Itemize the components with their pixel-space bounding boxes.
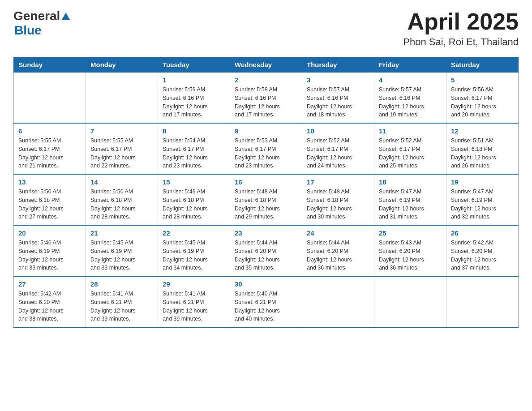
- calendar-cell: 19Sunrise: 5:47 AM Sunset: 6:19 PM Dayli…: [446, 174, 519, 225]
- weekday-header-wednesday: Wednesday: [230, 57, 302, 73]
- weekday-header-sunday: Sunday: [14, 57, 86, 73]
- calendar-cell: 17Sunrise: 5:48 AM Sunset: 6:18 PM Dayli…: [302, 174, 374, 225]
- calendar-week-row: 13Sunrise: 5:50 AM Sunset: 6:18 PM Dayli…: [14, 174, 519, 225]
- day-info: Sunrise: 5:58 AM Sunset: 6:16 PM Dayligh…: [235, 86, 297, 119]
- calendar-header-row: SundayMondayTuesdayWednesdayThursdayFrid…: [14, 57, 519, 73]
- day-number: 5: [451, 76, 514, 84]
- day-number: 20: [18, 229, 81, 237]
- calendar-cell: 1Sunrise: 5:59 AM Sunset: 6:16 PM Daylig…: [158, 73, 230, 124]
- calendar-cell: [446, 276, 519, 327]
- day-info: Sunrise: 5:45 AM Sunset: 6:19 PM Dayligh…: [90, 239, 153, 272]
- calendar-cell: 18Sunrise: 5:47 AM Sunset: 6:19 PM Dayli…: [374, 174, 446, 225]
- day-number: 7: [90, 127, 153, 135]
- day-info: Sunrise: 5:54 AM Sunset: 6:17 PM Dayligh…: [163, 137, 225, 170]
- day-info: Sunrise: 5:57 AM Sunset: 6:16 PM Dayligh…: [307, 86, 369, 119]
- day-number: 26: [451, 229, 514, 237]
- calendar-cell: 14Sunrise: 5:50 AM Sunset: 6:18 PM Dayli…: [86, 174, 158, 225]
- calendar-cell: 2Sunrise: 5:58 AM Sunset: 6:16 PM Daylig…: [230, 73, 302, 124]
- calendar-cell: 3Sunrise: 5:57 AM Sunset: 6:16 PM Daylig…: [302, 73, 374, 124]
- logo-general: General: [13, 9, 60, 23]
- day-number: 28: [90, 280, 153, 288]
- day-number: 23: [235, 229, 297, 237]
- day-info: Sunrise: 5:43 AM Sunset: 6:20 PM Dayligh…: [379, 239, 442, 272]
- day-number: 4: [379, 76, 442, 84]
- logo-blue: Blue: [14, 23, 71, 38]
- day-info: Sunrise: 5:52 AM Sunset: 6:17 PM Dayligh…: [379, 137, 442, 170]
- day-info: Sunrise: 5:55 AM Sunset: 6:17 PM Dayligh…: [18, 137, 81, 170]
- day-number: 12: [451, 127, 514, 135]
- calendar-week-row: 27Sunrise: 5:42 AM Sunset: 6:20 PM Dayli…: [14, 276, 519, 327]
- calendar-cell: 24Sunrise: 5:44 AM Sunset: 6:20 PM Dayli…: [302, 225, 374, 276]
- weekday-header-thursday: Thursday: [302, 57, 374, 73]
- calendar-cell: 12Sunrise: 5:51 AM Sunset: 6:18 PM Dayli…: [446, 123, 519, 174]
- calendar-cell: 26Sunrise: 5:42 AM Sunset: 6:20 PM Dayli…: [446, 225, 519, 276]
- day-info: Sunrise: 5:42 AM Sunset: 6:20 PM Dayligh…: [451, 239, 514, 272]
- calendar-cell: [14, 73, 86, 124]
- calendar-cell: 21Sunrise: 5:45 AM Sunset: 6:19 PM Dayli…: [86, 225, 158, 276]
- day-info: Sunrise: 5:56 AM Sunset: 6:17 PM Dayligh…: [451, 86, 514, 119]
- calendar-cell: 29Sunrise: 5:41 AM Sunset: 6:21 PM Dayli…: [158, 276, 230, 327]
- title-block: April 2025 Phon Sai, Roi Et, Thailand: [403, 9, 519, 48]
- day-number: 18: [379, 178, 442, 186]
- calendar-cell: [302, 276, 374, 327]
- day-info: Sunrise: 5:49 AM Sunset: 6:18 PM Dayligh…: [163, 188, 225, 221]
- day-number: 17: [307, 178, 369, 186]
- day-info: Sunrise: 5:53 AM Sunset: 6:17 PM Dayligh…: [235, 137, 297, 170]
- calendar-cell: 15Sunrise: 5:49 AM Sunset: 6:18 PM Dayli…: [158, 174, 230, 225]
- day-info: Sunrise: 5:55 AM Sunset: 6:17 PM Dayligh…: [90, 137, 153, 170]
- calendar-cell: 22Sunrise: 5:45 AM Sunset: 6:19 PM Dayli…: [158, 225, 230, 276]
- calendar-cell: [374, 276, 446, 327]
- day-number: 25: [379, 229, 442, 237]
- weekday-header-monday: Monday: [86, 57, 158, 73]
- day-info: Sunrise: 5:48 AM Sunset: 6:18 PM Dayligh…: [235, 188, 297, 221]
- day-info: Sunrise: 5:41 AM Sunset: 6:21 PM Dayligh…: [163, 290, 225, 323]
- calendar-cell: 8Sunrise: 5:54 AM Sunset: 6:17 PM Daylig…: [158, 123, 230, 174]
- day-info: Sunrise: 5:57 AM Sunset: 6:16 PM Dayligh…: [379, 86, 442, 119]
- day-number: 21: [90, 229, 153, 237]
- day-info: Sunrise: 5:46 AM Sunset: 6:19 PM Dayligh…: [18, 239, 81, 272]
- day-number: 13: [18, 178, 81, 186]
- day-number: 3: [307, 76, 369, 84]
- calendar-cell: 23Sunrise: 5:44 AM Sunset: 6:20 PM Dayli…: [230, 225, 302, 276]
- day-info: Sunrise: 5:52 AM Sunset: 6:17 PM Dayligh…: [307, 137, 369, 170]
- weekday-header-friday: Friday: [374, 57, 446, 73]
- weekday-header-saturday: Saturday: [446, 57, 519, 73]
- day-number: 10: [307, 127, 369, 135]
- calendar-cell: 20Sunrise: 5:46 AM Sunset: 6:19 PM Dayli…: [14, 225, 86, 276]
- svg-marker-0: [62, 13, 70, 20]
- calendar-cell: 10Sunrise: 5:52 AM Sunset: 6:17 PM Dayli…: [302, 123, 374, 174]
- day-info: Sunrise: 5:41 AM Sunset: 6:21 PM Dayligh…: [90, 290, 153, 323]
- calendar-cell: 30Sunrise: 5:40 AM Sunset: 6:21 PM Dayli…: [230, 276, 302, 327]
- day-info: Sunrise: 5:51 AM Sunset: 6:18 PM Dayligh…: [451, 137, 514, 170]
- calendar-cell: 28Sunrise: 5:41 AM Sunset: 6:21 PM Dayli…: [86, 276, 158, 327]
- day-number: 6: [18, 127, 81, 135]
- day-number: 29: [163, 280, 225, 288]
- calendar-week-row: 1Sunrise: 5:59 AM Sunset: 6:16 PM Daylig…: [14, 73, 519, 124]
- day-info: Sunrise: 5:50 AM Sunset: 6:18 PM Dayligh…: [18, 188, 81, 221]
- calendar-cell: 5Sunrise: 5:56 AM Sunset: 6:17 PM Daylig…: [446, 73, 519, 124]
- day-number: 14: [90, 178, 153, 186]
- calendar-week-row: 6Sunrise: 5:55 AM Sunset: 6:17 PM Daylig…: [14, 123, 519, 174]
- day-number: 30: [235, 280, 297, 288]
- logo: General Blue: [13, 9, 71, 38]
- day-number: 11: [379, 127, 442, 135]
- day-info: Sunrise: 5:50 AM Sunset: 6:18 PM Dayligh…: [90, 188, 153, 221]
- calendar-table: SundayMondayTuesdayWednesdayThursdayFrid…: [13, 57, 519, 328]
- day-number: 16: [235, 178, 297, 186]
- calendar-title: April 2025: [403, 9, 519, 34]
- day-number: 8: [163, 127, 225, 135]
- calendar-cell: 4Sunrise: 5:57 AM Sunset: 6:16 PM Daylig…: [374, 73, 446, 124]
- day-info: Sunrise: 5:47 AM Sunset: 6:19 PM Dayligh…: [379, 188, 442, 221]
- day-number: 15: [163, 178, 225, 186]
- day-info: Sunrise: 5:45 AM Sunset: 6:19 PM Dayligh…: [163, 239, 225, 272]
- calendar-cell: 13Sunrise: 5:50 AM Sunset: 6:18 PM Dayli…: [14, 174, 86, 225]
- day-info: Sunrise: 5:44 AM Sunset: 6:20 PM Dayligh…: [235, 239, 297, 272]
- day-number: 27: [18, 280, 81, 288]
- calendar-cell: 27Sunrise: 5:42 AM Sunset: 6:20 PM Dayli…: [14, 276, 86, 327]
- calendar-cell: [86, 73, 158, 124]
- day-number: 9: [235, 127, 297, 135]
- calendar-cell: 11Sunrise: 5:52 AM Sunset: 6:17 PM Dayli…: [374, 123, 446, 174]
- day-number: 22: [163, 229, 225, 237]
- page-header: General Blue April 2025 Phon Sai, Roi Et…: [13, 9, 519, 48]
- calendar-cell: 9Sunrise: 5:53 AM Sunset: 6:17 PM Daylig…: [230, 123, 302, 174]
